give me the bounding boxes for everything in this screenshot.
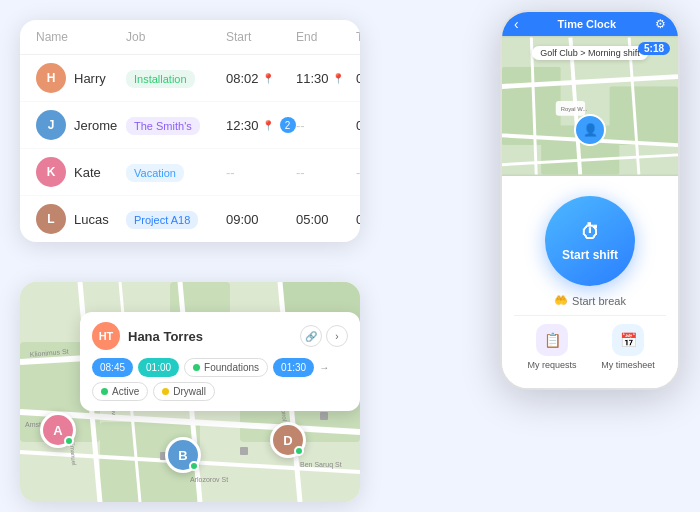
location-text: Golf Club > Morning shift: [532, 46, 647, 60]
dot-green: [193, 364, 200, 371]
popup-name: Hana Torres: [128, 329, 292, 344]
end-lucas: 05:00: [296, 212, 356, 227]
job-jerome: The Smith's: [126, 116, 226, 135]
table-row: J Jerome The Smith's 12:30 📍 2 -- 04:12 …: [20, 102, 360, 149]
dot-yellow: [162, 388, 169, 395]
svg-text:Ben Saruq St: Ben Saruq St: [300, 461, 342, 469]
map-popup: HT Hana Torres 🔗 › 08:45 01:00 Foundatio…: [80, 312, 360, 411]
map-pin-3: D: [270, 422, 306, 458]
pin-icon: 📍: [262, 120, 274, 131]
pin-avatar-4: B: [165, 437, 201, 473]
pin-icon: 📍: [332, 73, 344, 84]
phone-bottom-nav: 📋 My requests 📅 My timesheet: [514, 315, 666, 378]
start-break-label: Start break: [572, 295, 626, 307]
popup-arrow-icon[interactable]: ›: [326, 325, 348, 347]
phone-panel: ‹ Time Clock ⚙ Royal W...: [500, 10, 680, 500]
map-background: Klionimus St Amsterdam St Arlozorov St B…: [20, 282, 360, 502]
pin-status-green3: [189, 461, 199, 471]
table-row: K Kate Vacation -- -- --: [20, 149, 360, 196]
pin-status-green: [64, 436, 74, 446]
chip-foundations: Foundations: [184, 358, 268, 377]
job-lucas: Project A18: [126, 210, 226, 229]
chip-time1: 08:45: [92, 358, 133, 377]
start-lucas: 09:00: [226, 212, 296, 227]
pin-icon: 📍: [262, 73, 274, 84]
svg-rect-26: [610, 86, 678, 145]
table-row: L Lucas Project A18 09:00 05:00 08:00: [20, 196, 360, 242]
popup-link-icon[interactable]: 🔗: [300, 325, 322, 347]
svg-rect-21: [240, 447, 248, 455]
table-row: H Harry Installation 08:02 📍 11:30 📍 03:…: [20, 55, 360, 102]
avatar-harry: H: [36, 63, 66, 93]
start-kate: --: [226, 165, 296, 180]
chip-time3: 01:30: [273, 358, 314, 377]
map-panel: Klionimus St Amsterdam St Arlozorov St B…: [20, 282, 360, 502]
dot-green2: [101, 388, 108, 395]
chip-arrow: →: [319, 358, 329, 377]
job-badge-kate: Vacation: [126, 164, 184, 182]
popup-chips: 08:45 01:00 Foundations 01:30 → Active D…: [92, 358, 348, 401]
job-harry: Installation: [126, 69, 226, 88]
name-kate: Kate: [74, 165, 101, 180]
gear-icon[interactable]: ⚙: [655, 17, 666, 31]
pin-avatar-1: A: [40, 412, 76, 448]
col-job: Job: [126, 30, 226, 44]
name-harry: Harry: [74, 71, 106, 86]
popup-header: HT Hana Torres 🔗 ›: [92, 322, 348, 350]
popup-avatar: HT: [92, 322, 120, 350]
avatar-lucas: L: [36, 204, 66, 234]
map-pin-4: B: [165, 437, 201, 473]
phone-title: Time Clock: [558, 18, 617, 30]
col-start: Start: [226, 30, 296, 44]
svg-rect-22: [320, 412, 328, 420]
start-break-link[interactable]: 🤲 Start break: [514, 294, 666, 307]
requests-icon: 📋: [536, 324, 568, 356]
start-shift-label: Start shift: [562, 248, 618, 262]
name-cell-kate: K Kate: [36, 157, 126, 187]
job-badge-harry: Installation: [126, 70, 195, 88]
svg-text:Royal W...: Royal W...: [561, 106, 588, 112]
name-lucas: Lucas: [74, 212, 109, 227]
name-cell-jerome: J Jerome: [36, 110, 126, 140]
phone-map-avatar: 👤: [574, 114, 606, 146]
nav-timesheet-label: My timesheet: [601, 360, 655, 370]
map-pin-1: A: [40, 412, 76, 448]
phone-time-badge: 5:18: [638, 42, 670, 55]
phone-status-bar: ‹ Time Clock ⚙: [502, 12, 678, 36]
break-icon: 🤲: [554, 294, 568, 307]
job-kate: Vacation: [126, 163, 226, 182]
end-kate: --: [296, 165, 356, 180]
col-total: Total hours: [356, 30, 360, 44]
nav-my-requests[interactable]: 📋 My requests: [514, 316, 590, 378]
phone-map-area: Royal W... Golf Club > Morning shift 5:1…: [502, 36, 678, 176]
end-harry: 11:30 📍: [296, 71, 356, 86]
pin-avatar-3: D: [270, 422, 306, 458]
total-jerome: 04:12 📄: [356, 118, 360, 133]
start-harry: 08:02 📍: [226, 71, 296, 86]
name-jerome: Jerome: [74, 118, 117, 133]
col-name: Name: [36, 30, 126, 44]
chip-time2: 01:00: [138, 358, 179, 377]
nav-requests-label: My requests: [527, 360, 576, 370]
phone-body: ⏱ Start shift 🤲 Start break 📋 My request…: [502, 176, 678, 390]
table-header: Name Job Start End Total hours: [20, 20, 360, 55]
popup-icons[interactable]: 🔗 ›: [300, 325, 348, 347]
nav-my-timesheet[interactable]: 📅 My timesheet: [590, 316, 666, 378]
timesheet-icon: 📅: [612, 324, 644, 356]
col-end: End: [296, 30, 356, 44]
job-badge-lucas: Project A18: [126, 211, 198, 229]
notif-jerome: 2: [280, 117, 296, 133]
back-icon[interactable]: ‹: [514, 16, 519, 32]
svg-text:Arlozorov St: Arlozorov St: [190, 476, 228, 483]
job-badge-jerome: The Smith's: [126, 117, 200, 135]
name-cell-lucas: L Lucas: [36, 204, 126, 234]
clock-icon: ⏱: [580, 221, 600, 244]
phone-frame: ‹ Time Clock ⚙ Royal W...: [500, 10, 680, 390]
name-cell-harry: H Harry: [36, 63, 126, 93]
total-lucas: 08:00: [356, 212, 360, 227]
pin-status-green2: [294, 446, 304, 456]
chip-active: Active: [92, 382, 148, 401]
end-jerome: --: [296, 118, 356, 133]
table-panel: Name Job Start End Total hours H Harry I…: [20, 20, 360, 242]
start-shift-button[interactable]: ⏱ Start shift: [545, 196, 635, 286]
